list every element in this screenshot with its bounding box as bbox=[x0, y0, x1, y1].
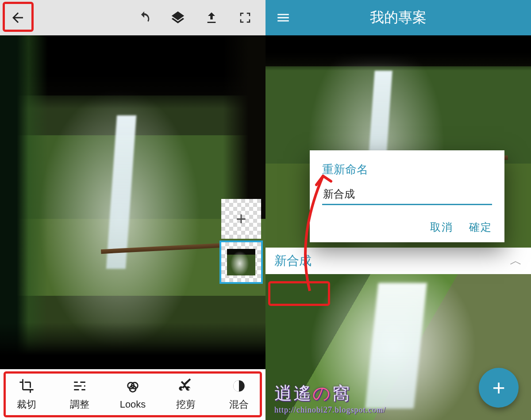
ok-button[interactable]: 確定 bbox=[469, 220, 492, 234]
project-title-row[interactable]: 新合成 ︿ bbox=[266, 248, 531, 274]
editor-panel: + 裁切 調整 Looks 挖剪 混合 bbox=[0, 0, 266, 420]
upload-icon bbox=[204, 11, 219, 25]
watermark-url: http://chinobi27.blogspot.com/ bbox=[274, 405, 386, 415]
layer-thumb-image bbox=[227, 249, 255, 275]
layer-thumbnail[interactable] bbox=[221, 242, 261, 282]
chevron-up-icon[interactable]: ︿ bbox=[510, 252, 522, 269]
title-bar: 我的專案 bbox=[266, 0, 531, 35]
undo-icon bbox=[137, 10, 152, 25]
page-title: 我的專案 bbox=[266, 8, 531, 27]
layer-panel: + bbox=[221, 199, 261, 282]
rename-dialog: 重新命名 取消 確定 bbox=[310, 150, 504, 242]
highlight-annotation bbox=[268, 281, 330, 306]
add-layer-button[interactable]: + bbox=[221, 199, 261, 239]
plus-icon: + bbox=[236, 209, 246, 229]
project-name: 新合成 bbox=[274, 252, 312, 269]
highlight-annotation bbox=[4, 371, 262, 417]
fullscreen-icon bbox=[239, 11, 252, 24]
fullscreen-button[interactable] bbox=[237, 10, 253, 26]
project-list[interactable]: 新合成 ︿ 逍遙の窩 http://chinobi27.blogspot.com… bbox=[266, 35, 531, 420]
projects-panel: 我的專案 新合成 ︿ 逍遙の窩 bbox=[266, 0, 531, 420]
layers-button[interactable] bbox=[170, 10, 186, 26]
share-button[interactable] bbox=[204, 10, 219, 26]
editor-toolbar bbox=[0, 0, 266, 35]
watermark: 逍遙の窩 http://chinobi27.blogspot.com/ bbox=[274, 381, 386, 415]
cancel-button[interactable]: 取消 bbox=[430, 220, 453, 234]
tool-bar: 裁切 調整 Looks 挖剪 混合 bbox=[0, 369, 266, 420]
highlight-annotation bbox=[3, 2, 34, 32]
canvas[interactable]: + bbox=[0, 35, 266, 369]
plus-icon: + bbox=[492, 375, 505, 401]
dialog-title: 重新命名 bbox=[322, 162, 492, 177]
undo-button[interactable] bbox=[136, 10, 152, 26]
layers-icon bbox=[170, 10, 185, 25]
new-project-fab[interactable]: + bbox=[479, 368, 519, 408]
rename-input[interactable] bbox=[322, 186, 492, 205]
